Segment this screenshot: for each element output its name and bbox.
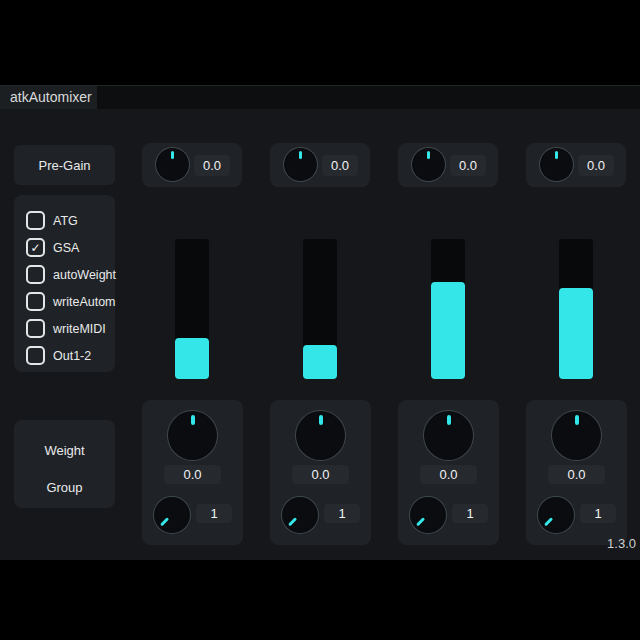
- meter-fill: [559, 288, 593, 379]
- weight-knob[interactable]: [551, 410, 602, 461]
- group-value[interactable]: 1: [452, 504, 488, 523]
- checkbox-label: Out1-2: [53, 349, 91, 363]
- weight-label: Weight: [14, 443, 115, 458]
- tab-bar: atkAutomixer: [0, 85, 640, 109]
- weight-group-controls: 0.0 1: [142, 400, 243, 545]
- group-knob[interactable]: [281, 496, 319, 534]
- weight-group-controls: 0.0 1: [270, 400, 371, 545]
- checkbox-out1-2[interactable]: ✓ Out1-2: [26, 342, 115, 369]
- weight-value[interactable]: 0.0: [548, 465, 605, 484]
- weight-group-controls: 0.0 1: [398, 400, 499, 545]
- meter-fill: [303, 345, 337, 379]
- meter-fill: [175, 338, 209, 379]
- knob-indicator: [544, 517, 554, 527]
- weight-value[interactable]: 0.0: [292, 465, 349, 484]
- group-value[interactable]: 1: [324, 504, 360, 523]
- group-value[interactable]: 1: [580, 504, 616, 523]
- checkbox-label: writeAutom: [53, 295, 116, 309]
- pregain-value[interactable]: 0.0: [194, 155, 230, 176]
- level-meter[interactable]: [175, 239, 209, 379]
- checkbox-icon: ✓: [26, 292, 45, 311]
- options-panel: ✓ ATG ✓ GSA ✓ autoWeight ✓ writeAutom ✓ …: [14, 195, 115, 372]
- knob-indicator: [191, 415, 195, 425]
- pregain-knob-panel: 0.0: [270, 143, 370, 187]
- knob-indicator: [555, 151, 558, 159]
- channel-4: 0.0 0.0 1: [526, 143, 627, 545]
- weight-knob[interactable]: [423, 410, 474, 461]
- weight-value[interactable]: 0.0: [164, 465, 221, 484]
- group-knob[interactable]: [409, 496, 447, 534]
- pregain-knob[interactable]: [539, 147, 574, 182]
- knob-indicator: [427, 151, 430, 159]
- plugin-main-surface: Pre-Gain ✓ ATG ✓ GSA ✓ autoWeight ✓ writ…: [0, 109, 640, 560]
- pregain-value[interactable]: 0.0: [450, 155, 486, 176]
- pregain-value[interactable]: 0.0: [578, 155, 614, 176]
- checkbox-writemidi[interactable]: ✓ writeMIDI: [26, 315, 115, 342]
- checkbox-label: writeMIDI: [53, 322, 106, 336]
- checkbox-writeautom[interactable]: ✓ writeAutom: [26, 288, 115, 315]
- level-meter[interactable]: [303, 239, 337, 379]
- knob-indicator: [160, 517, 170, 527]
- channel-2: 0.0 0.0 1: [270, 143, 371, 545]
- group-knob[interactable]: [153, 496, 191, 534]
- knob-indicator: [288, 517, 298, 527]
- checkbox-label: GSA: [53, 241, 79, 255]
- weight-knob[interactable]: [295, 410, 346, 461]
- pregain-knob-panel: 0.0: [398, 143, 498, 187]
- weight-knob[interactable]: [167, 410, 218, 461]
- knob-indicator: [319, 415, 323, 425]
- group-knob[interactable]: [537, 496, 575, 534]
- group-label: Group: [14, 480, 115, 495]
- plugin-title-tab[interactable]: atkAutomixer: [0, 86, 97, 110]
- weight-group-panel: Weight Group: [14, 420, 115, 508]
- pregain-knob[interactable]: [411, 147, 446, 182]
- pregain-knob[interactable]: [283, 147, 318, 182]
- knob-indicator: [447, 415, 451, 425]
- pre-gain-button[interactable]: Pre-Gain: [14, 145, 115, 185]
- pregain-knob-panel: 0.0: [526, 143, 626, 187]
- checkbox-label: autoWeight: [53, 268, 116, 282]
- checkmark-icon: ✓: [30, 241, 40, 253]
- pregain-value[interactable]: 0.0: [322, 155, 358, 176]
- checkbox-icon: ✓: [26, 319, 45, 338]
- channel-3: 0.0 0.0 1: [398, 143, 499, 545]
- checkbox-atg[interactable]: ✓ ATG: [26, 207, 115, 234]
- channel-1: 0.0 0.0 1: [142, 143, 243, 545]
- checkbox-gsa[interactable]: ✓ GSA: [26, 234, 115, 261]
- checkbox-icon: ✓: [26, 211, 45, 230]
- weight-value[interactable]: 0.0: [420, 465, 477, 484]
- knob-indicator: [575, 415, 579, 425]
- level-meter[interactable]: [431, 239, 465, 379]
- group-value[interactable]: 1: [196, 504, 232, 523]
- knob-indicator: [299, 151, 302, 159]
- knob-indicator: [171, 151, 174, 159]
- checkbox-icon: ✓: [26, 265, 45, 284]
- level-meter[interactable]: [559, 239, 593, 379]
- checkbox-autoweight[interactable]: ✓ autoWeight: [26, 261, 115, 288]
- version-label: 1.3.0: [607, 536, 636, 551]
- knob-indicator: [416, 517, 426, 527]
- pregain-knob[interactable]: [155, 147, 190, 182]
- pregain-knob-panel: 0.0: [142, 143, 242, 187]
- checkbox-label: ATG: [53, 214, 78, 228]
- checkbox-icon: ✓: [26, 238, 45, 257]
- weight-group-controls: 0.0 1: [526, 400, 627, 545]
- meter-fill: [431, 282, 465, 379]
- checkbox-icon: ✓: [26, 346, 45, 365]
